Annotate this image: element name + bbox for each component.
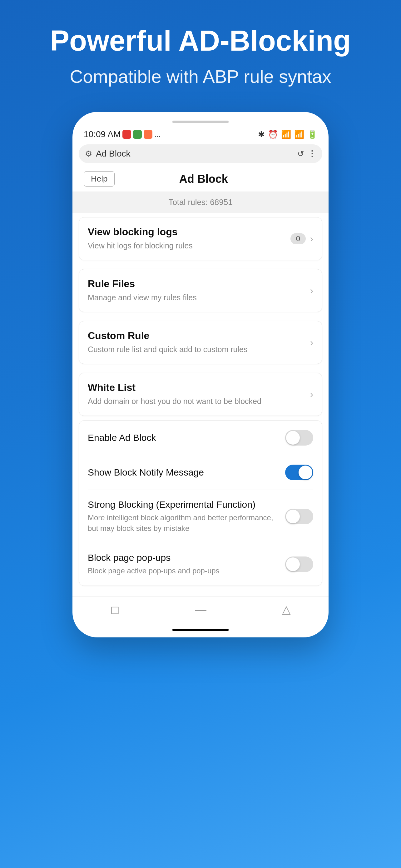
menu-card-view-blocking-logs[interactable]: View blocking logs View hit logs for blo… bbox=[79, 217, 322, 260]
gear-icon: ⚙ bbox=[85, 149, 92, 159]
menu-card-white-list[interactable]: White List Add domain or host you do not… bbox=[79, 373, 322, 416]
menu-card-desc-rule-files: Manage and view my rules files bbox=[88, 292, 305, 303]
total-rules-label: Total rules: 68951 bbox=[168, 197, 232, 207]
toggle-knob-enable-ad-block bbox=[286, 431, 300, 445]
total-rules-bar: Total rules: 68951 bbox=[72, 192, 329, 213]
menu-card-content-white-list: White List Add domain or host you do not… bbox=[88, 382, 305, 407]
settings-content-strong-blocking: Strong Blocking (Experimental Function) … bbox=[88, 499, 279, 533]
app-header: Help Ad Block bbox=[72, 168, 329, 192]
menu-card-custom-rule[interactable]: Custom Rule Custom rule list and quick a… bbox=[79, 321, 322, 364]
chevron-icon-rule-files: › bbox=[310, 285, 313, 296]
phone-notch bbox=[172, 121, 229, 123]
browser-bar[interactable]: ⚙ Ad Block ↺ ⋮ bbox=[79, 144, 322, 163]
menu-card-content-rule-files: Rule Files Manage and view my rules file… bbox=[88, 278, 305, 303]
status-bar-left: 10:09 AM ... bbox=[84, 129, 161, 140]
menu-card-right-view-blocking-logs: 0 › bbox=[291, 233, 313, 244]
menu-card-title-white-list: White List bbox=[88, 382, 305, 393]
bottom-spacer bbox=[72, 631, 329, 638]
bottom-nav-back[interactable]: ◻ bbox=[110, 603, 120, 616]
alarm-icon: ⏰ bbox=[268, 130, 278, 140]
browser-menu-icon[interactable]: ⋮ bbox=[308, 149, 316, 159]
menu-card-right-white-list: › bbox=[310, 389, 313, 400]
phone-frame: 10:09 AM ... ✱ ⏰ 📶 📶 🔋 ⚙ Ad Block ↺ ⋮ He… bbox=[72, 112, 329, 638]
menu-card-desc-view-blocking-logs: View hit logs for blocking rules bbox=[88, 240, 286, 251]
chevron-icon-custom-rule: › bbox=[310, 337, 313, 348]
menu-card-title-rule-files: Rule Files bbox=[88, 278, 305, 290]
wifi-icon: 📶 bbox=[294, 130, 304, 140]
settings-row-strong-blocking: Strong Blocking (Experimental Function) … bbox=[88, 490, 313, 543]
browser-bar-title: Ad Block bbox=[96, 149, 294, 159]
menu-list: View blocking logs View hit logs for blo… bbox=[72, 213, 329, 420]
toggle-block-page-popups[interactable] bbox=[285, 556, 313, 572]
settings-title-strong-blocking: Strong Blocking (Experimental Function) bbox=[88, 499, 279, 510]
bluetooth-icon: ✱ bbox=[258, 130, 265, 140]
hero-title: Powerful AD-Blocking bbox=[32, 25, 370, 57]
toggle-knob-block-page-popups bbox=[286, 557, 300, 571]
bottom-nav: ◻ — △ bbox=[72, 596, 329, 629]
recent-icon: △ bbox=[282, 603, 291, 616]
chevron-icon-white-list: › bbox=[310, 389, 313, 400]
app-icon-green bbox=[133, 130, 142, 139]
toggle-strong-blocking[interactable] bbox=[285, 509, 313, 524]
badge-view-blocking-logs: 0 bbox=[291, 233, 306, 244]
reload-icon[interactable]: ↺ bbox=[297, 149, 304, 159]
chevron-icon-view-blocking-logs: › bbox=[310, 234, 313, 244]
signal1-icon: 📶 bbox=[281, 130, 291, 140]
settings-desc-block-page-popups: Block page active pop-ups and pop-ups bbox=[88, 565, 279, 576]
settings-row-enable-ad-block: Enable Ad Block bbox=[88, 421, 313, 455]
toggle-show-block-notify[interactable] bbox=[285, 465, 313, 480]
app-icon-red bbox=[123, 130, 131, 139]
menu-card-content: View blocking logs View hit logs for blo… bbox=[88, 226, 286, 251]
home-icon: — bbox=[195, 603, 206, 616]
settings-section: Enable Ad Block Show Block Notify Messag… bbox=[72, 420, 329, 592]
bottom-nav-recent[interactable]: △ bbox=[282, 603, 291, 616]
settings-row-block-page-popups: Block page pop-ups Block page active pop… bbox=[88, 543, 313, 586]
hero-subtitle: Compatible with ABP rule syntax bbox=[51, 66, 350, 87]
toggle-knob-show-block-notify bbox=[299, 466, 312, 479]
settings-desc-strong-blocking: More intelligent block algorithm and bet… bbox=[88, 513, 279, 533]
toggle-knob-strong-blocking bbox=[286, 509, 300, 523]
settings-row-show-block-notify: Show Block Notify Message bbox=[88, 455, 313, 490]
menu-card-title-view-blocking-logs: View blocking logs bbox=[88, 226, 286, 238]
status-bar: 10:09 AM ... ✱ ⏰ 📶 📶 🔋 bbox=[72, 129, 329, 140]
settings-title-block-page-popups: Block page pop-ups bbox=[88, 552, 279, 563]
menu-card-desc-custom-rule: Custom rule list and quick add to custom… bbox=[88, 344, 305, 355]
status-bar-right: ✱ ⏰ 📶 📶 🔋 bbox=[258, 130, 317, 140]
app-icon-orange bbox=[144, 130, 153, 139]
bottom-nav-home[interactable]: — bbox=[195, 603, 206, 616]
menu-card-desc-white-list: Add domain or host you do not want to be… bbox=[88, 396, 305, 407]
status-time: 10:09 AM bbox=[84, 129, 121, 140]
status-dots: ... bbox=[154, 130, 161, 139]
back-icon: ◻ bbox=[110, 603, 120, 616]
menu-card-content-custom-rule: Custom Rule Custom rule list and quick a… bbox=[88, 330, 305, 355]
help-button[interactable]: Help bbox=[84, 171, 114, 187]
app-title: Ad Block bbox=[179, 173, 228, 186]
nav-bar-indicator bbox=[172, 629, 229, 631]
settings-label-show-block-notify: Show Block Notify Message bbox=[88, 467, 279, 478]
menu-card-right-rule-files: › bbox=[310, 285, 313, 296]
toggle-enable-ad-block[interactable] bbox=[285, 430, 313, 445]
settings-label-enable-ad-block: Enable Ad Block bbox=[88, 432, 279, 443]
menu-card-rule-files[interactable]: Rule Files Manage and view my rules file… bbox=[79, 269, 322, 312]
menu-card-title-custom-rule: Custom Rule bbox=[88, 330, 305, 342]
settings-content-block-page-popups: Block page pop-ups Block page active pop… bbox=[88, 552, 279, 576]
battery-icon: 🔋 bbox=[307, 130, 317, 140]
menu-card-right-custom-rule: › bbox=[310, 337, 313, 348]
settings-card: Enable Ad Block Show Block Notify Messag… bbox=[79, 420, 322, 586]
